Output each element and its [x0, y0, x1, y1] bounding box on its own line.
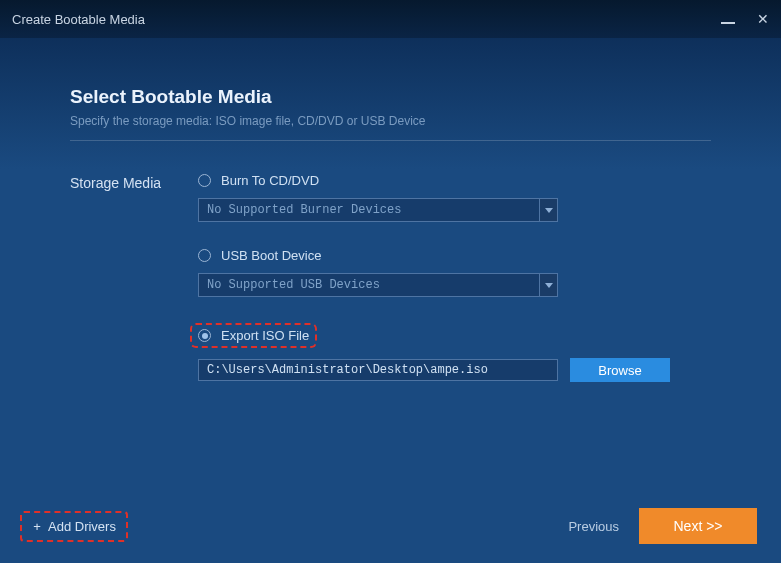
- plus-icon: +: [32, 519, 42, 534]
- option-usb: USB Boot Device No Supported USB Devices: [198, 248, 711, 297]
- minimize-button[interactable]: [721, 11, 735, 27]
- chevron-down-icon: [545, 283, 553, 288]
- radio-iso[interactable]: [198, 329, 211, 342]
- iso-path-row: C:\Users\Administrator\Desktop\ampe.iso …: [198, 358, 711, 382]
- option-cd: Burn To CD/DVD No Supported Burner Devic…: [198, 173, 711, 222]
- radio-label-usb: USB Boot Device: [221, 248, 321, 263]
- minimize-icon: [721, 22, 735, 24]
- radio-label-iso: Export ISO File: [221, 328, 309, 343]
- dropdown-usb[interactable]: No Supported USB Devices: [198, 273, 558, 297]
- chevron-down-icon: [545, 208, 553, 213]
- radio-usb[interactable]: [198, 249, 211, 262]
- radio-row-cd[interactable]: Burn To CD/DVD: [198, 173, 711, 188]
- iso-path-input[interactable]: C:\Users\Administrator\Desktop\ampe.iso: [198, 359, 558, 381]
- add-drivers-label: Add Drivers: [48, 519, 116, 534]
- dropdown-cd[interactable]: No Supported Burner Devices: [198, 198, 558, 222]
- option-iso: Export ISO File C:\Users\Administrator\D…: [198, 323, 711, 382]
- add-drivers-button[interactable]: + Add Drivers: [20, 511, 128, 542]
- footer-right: Previous Next >>: [568, 508, 757, 544]
- options-column: Burn To CD/DVD No Supported Burner Devic…: [198, 173, 711, 408]
- window-title: Create Bootable Media: [12, 12, 145, 27]
- page-title: Select Bootable Media: [70, 86, 711, 108]
- dropdown-cd-text: No Supported Burner Devices: [199, 199, 539, 221]
- divider: [70, 140, 711, 141]
- highlight-iso: Export ISO File: [190, 323, 317, 348]
- page-subtitle: Specify the storage media: ISO image fil…: [70, 114, 711, 128]
- titlebar: Create Bootable Media ✕: [0, 0, 781, 38]
- radio-row-usb[interactable]: USB Boot Device: [198, 248, 711, 263]
- radio-cd[interactable]: [198, 174, 211, 187]
- previous-button[interactable]: Previous: [568, 519, 619, 534]
- dropdown-cd-arrow[interactable]: [539, 199, 557, 221]
- next-button[interactable]: Next >>: [639, 508, 757, 544]
- dropdown-usb-text: No Supported USB Devices: [199, 274, 539, 296]
- footer: + Add Drivers Previous Next >>: [0, 503, 781, 563]
- storage-media-label: Storage Media: [70, 173, 198, 408]
- form-area: Storage Media Burn To CD/DVD No Supporte…: [70, 173, 711, 408]
- dropdown-usb-arrow[interactable]: [539, 274, 557, 296]
- main-content: Select Bootable Media Specify the storag…: [0, 38, 781, 408]
- radio-label-cd: Burn To CD/DVD: [221, 173, 319, 188]
- close-button[interactable]: ✕: [757, 11, 769, 27]
- window-controls: ✕: [721, 11, 769, 27]
- browse-button[interactable]: Browse: [570, 358, 670, 382]
